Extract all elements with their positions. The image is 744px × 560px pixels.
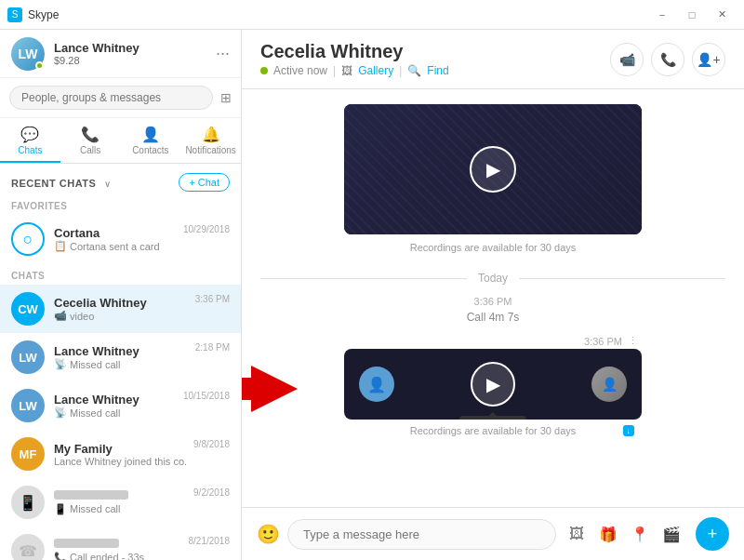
blurred-avatar-1: 📱	[11, 486, 45, 519]
calls-tab-icon: 📞	[81, 126, 100, 143]
lance1-time: 2:18 PM	[195, 342, 230, 353]
lance1-info: Lance Whitney 📡 Missed call	[54, 344, 190, 370]
blurred-time-2: 8/21/2018	[189, 536, 231, 546]
blurred-chat-2[interactable]: ☎ 📞 Call ended - 33s 8/21/2018	[0, 527, 241, 560]
red-arrow-indicator	[242, 361, 298, 417]
message-input[interactable]	[287, 519, 556, 550]
search-input[interactable]	[9, 86, 213, 110]
avatar-wrapper: LW	[11, 37, 45, 71]
tab-contacts[interactable]: 👤 Contacts	[121, 118, 181, 163]
lance1-name: Lance Whitney	[54, 344, 190, 358]
tab-notifications[interactable]: 🔔 Notifications	[180, 118, 241, 163]
favorites-label: FAVORITES	[0, 197, 241, 215]
second-recording-inner: 👤 ▶ Open video 👤	[344, 349, 642, 420]
chat-input-bar: 🙂 🖼 🎁 📍 🎬 +	[242, 507, 744, 560]
blurred-avatar-2: ☎	[11, 534, 45, 560]
lance2-time: 10/15/2018	[183, 391, 230, 401]
chat-header-actions: 📹 📞 👤+	[610, 43, 725, 76]
add-chat-button[interactable]: + Chat	[179, 173, 230, 192]
family-time: 9/8/2018	[193, 439, 230, 449]
search-bar: ⊞	[0, 78, 241, 118]
blurred-chat-1[interactable]: 📱 📱 Missed call 9/2/2018	[0, 478, 241, 527]
call-duration: Call 4m 7s	[260, 311, 725, 324]
find-link[interactable]: Find	[427, 64, 448, 77]
lance2-avatar: LW	[11, 389, 45, 422]
chat-item-lance2[interactable]: LW Lance Whitney 📡 Missed call 10/15/201…	[0, 381, 241, 430]
chat-header-info: Cecelia Whitney Active now | 🖼 Gallery |…	[260, 41, 610, 77]
minimize-button[interactable]: −	[647, 0, 677, 30]
active-status-dot	[260, 67, 268, 74]
active-status-text: Active now	[273, 64, 327, 77]
tab-calls[interactable]: 📞 Calls	[60, 118, 121, 163]
first-recording-caption: Recordings are available for 30 days	[344, 234, 642, 260]
maximize-button[interactable]: □	[677, 0, 707, 30]
media-button[interactable]: 🎬	[658, 521, 684, 547]
title-bar: S Skype − □ ✕	[0, 0, 744, 30]
recent-chats-section-title: RECENT ChaTS ∨	[11, 174, 111, 191]
missed-call-icon2: 📡	[54, 407, 67, 419]
favorite-item-cortana[interactable]: ○ Cortana 📋 Cortana sent a card 10/29/20…	[0, 215, 241, 263]
location-button[interactable]: 📍	[627, 521, 653, 547]
second-recording-container: 3:36 PM ⋮ 👤 ▶ Open video 👤	[344, 335, 642, 442]
profile-header: LW Lance Whitney $9.28 ···	[0, 30, 241, 78]
chat-item-cecelia[interactable]: CW Cecelia Whitney 📹 video 3:36 PM	[0, 285, 241, 333]
notifications-tab-label: Notifications	[185, 145, 235, 155]
chat-messages: ▶ Recordings are available for 30 days T…	[242, 89, 744, 507]
missed-call-icon1: 📡	[54, 358, 67, 370]
chats-tab-label: Chats	[18, 145, 42, 155]
chat-item-family[interactable]: MF My Family Lance Whitney joined this c…	[0, 430, 241, 478]
cortana-info: Cortana 📋 Cortana sent a card	[54, 226, 178, 252]
contacts-tab-icon: 👤	[141, 126, 160, 143]
input-actions: 🖼 🎁 📍 🎬	[564, 521, 684, 547]
cortana-preview-icon: 📋	[54, 240, 67, 252]
blurred-info-2: 📞 Call ended - 33s	[54, 539, 183, 561]
gallery-link[interactable]: Gallery	[358, 64, 393, 77]
chat-item-lance1[interactable]: LW Lance Whitney 📡 Missed call 2:18 PM	[0, 333, 241, 381]
family-info: My Family Lance Whitney joined this co..…	[54, 442, 188, 467]
download-badge[interactable]: ↓	[623, 425, 635, 436]
gallery-icon: 🖼	[341, 64, 352, 77]
svg-marker-0	[242, 366, 298, 412]
video-call-button[interactable]: 📹	[610, 43, 644, 76]
date-divider-text: Today	[467, 272, 519, 285]
cecelia-avatar: CW	[11, 292, 45, 326]
divider-line-right	[519, 278, 725, 279]
lance2-info: Lance Whitney 📡 Missed call	[54, 393, 178, 419]
cortana-time: 10/29/2018	[183, 224, 230, 234]
second-recording-caption: Recordings are available for 30 days ↓	[344, 420, 642, 442]
call-time: 3:36 PM	[260, 296, 725, 307]
family-avatar: MF	[11, 437, 45, 471]
sidebar: LW Lance Whitney $9.28 ··· ⊞ 💬 Chats 📞	[0, 30, 242, 560]
cecelia-name: Cecelia Whitney	[54, 296, 190, 310]
blurred-name-2	[54, 539, 119, 548]
emoji-button[interactable]: 🙂	[257, 523, 280, 545]
contact-name: Cecelia Whitney	[260, 41, 610, 62]
image-button[interactable]: 🖼	[564, 521, 590, 547]
grid-icon[interactable]: ⊞	[220, 90, 232, 105]
close-button[interactable]: ✕	[707, 0, 737, 30]
cecelia-time: 3:36 PM	[195, 294, 230, 304]
add-person-button[interactable]: 👤+	[692, 43, 725, 76]
audio-call-button[interactable]: 📞	[651, 43, 684, 76]
lance2-preview: 📡 Missed call	[54, 407, 178, 419]
blurred-name-1	[54, 490, 128, 500]
tab-chats[interactable]: 💬 Chats	[0, 118, 60, 163]
find-icon: 🔍	[407, 64, 421, 77]
lance1-avatar: LW	[11, 340, 45, 374]
chats-tab-icon: 💬	[20, 126, 39, 143]
gift-button[interactable]: 🎁	[595, 521, 621, 547]
more-button[interactable]: ···	[216, 44, 230, 63]
send-button[interactable]: +	[696, 517, 729, 551]
second-play-button[interactable]: ▶	[471, 362, 515, 407]
app-icon: S	[7, 7, 22, 22]
blurred-preview-1: 📱 Missed call	[54, 503, 188, 515]
chat-header: Cecelia Whitney Active now | 🖼 Gallery |…	[242, 30, 744, 89]
kebab-icon[interactable]: ⋮	[628, 335, 638, 347]
first-recording-thumbnail: ▶	[344, 104, 642, 234]
second-recording-timestamp-row: 3:36 PM ⋮	[344, 335, 642, 347]
recent-chats-header: RECENT ChaTS ∨ + Chat	[0, 164, 241, 197]
status-bar: Active now | 🖼 Gallery | 🔍 Find	[260, 64, 610, 77]
recent-chats-label: RECENT ChaTS	[11, 178, 96, 189]
first-play-button[interactable]: ▶	[470, 146, 516, 193]
profile-name: Lance Whitney	[54, 41, 216, 55]
